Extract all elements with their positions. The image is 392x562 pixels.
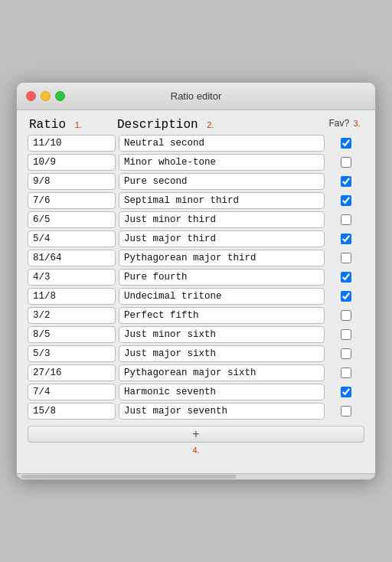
ratio-input[interactable] <box>28 269 116 286</box>
fav-cell <box>328 406 364 417</box>
ratio-input[interactable] <box>28 154 116 171</box>
fav-checkbox[interactable] <box>341 214 351 225</box>
fav-cell <box>328 329 364 340</box>
description-col-header: Description 2. <box>117 118 326 132</box>
fav-cell <box>328 214 364 225</box>
description-input[interactable] <box>119 403 325 420</box>
title-bar: Ratio editor <box>17 83 375 110</box>
ratio-input[interactable] <box>28 135 116 152</box>
ratio-editor-window: Ratio editor Ratio 1. Description 2. Fav… <box>16 82 376 480</box>
description-input[interactable] <box>119 154 325 171</box>
ratio-input[interactable] <box>28 250 116 266</box>
table-row <box>28 403 364 420</box>
fav-checkbox[interactable] <box>341 234 351 244</box>
ratio-input[interactable] <box>28 211 116 228</box>
column-headers: Ratio 1. Description 2. Fav? 3. <box>28 118 364 132</box>
fav-cell <box>328 176 364 187</box>
ratio-input[interactable] <box>28 307 116 324</box>
main-content: Ratio 1. Description 2. Fav? 3. + 4. <box>17 110 375 466</box>
fav-checkbox[interactable] <box>341 329 351 340</box>
table-row <box>28 192 364 209</box>
fav-cell <box>328 387 364 397</box>
table-row <box>28 288 364 305</box>
traffic-lights <box>26 91 65 101</box>
description-input[interactable] <box>119 173 325 190</box>
description-input[interactable] <box>119 269 325 286</box>
fav-cell <box>328 272 364 283</box>
scrollbar[interactable] <box>17 473 375 479</box>
ratio-input[interactable] <box>28 345 116 362</box>
ratio-input[interactable] <box>28 173 116 190</box>
fav-checkbox[interactable] <box>341 348 351 359</box>
fav-cell <box>328 368 364 378</box>
fav-cell <box>328 138 364 149</box>
rows-container <box>28 135 364 420</box>
table-row <box>28 364 364 381</box>
fav-cell <box>328 291 364 302</box>
description-input[interactable] <box>119 326 325 343</box>
bottom-note: 4. <box>28 446 364 455</box>
ratio-input[interactable] <box>28 364 116 381</box>
fav-checkbox[interactable] <box>341 195 351 206</box>
table-row <box>28 135 364 152</box>
add-row-button[interactable]: + <box>28 426 364 443</box>
table-row <box>28 326 364 343</box>
description-input[interactable] <box>119 135 325 152</box>
fav-checkbox[interactable] <box>341 406 351 417</box>
ratio-input[interactable] <box>28 326 116 343</box>
fav-cell <box>328 253 364 263</box>
fav-checkbox[interactable] <box>341 310 351 321</box>
ratio-col-header: Ratio 1. <box>29 118 117 132</box>
fav-checkbox[interactable] <box>341 157 351 168</box>
table-row <box>28 269 364 286</box>
ratio-input[interactable] <box>28 384 116 400</box>
table-row <box>28 307 364 324</box>
description-input[interactable] <box>119 364 325 381</box>
fav-col-header: Fav? 3. <box>326 118 363 132</box>
fav-checkbox[interactable] <box>341 176 351 187</box>
ratio-input[interactable] <box>28 288 116 305</box>
ratio-input[interactable] <box>28 403 116 420</box>
description-input[interactable] <box>119 384 325 400</box>
maximize-button[interactable] <box>55 91 65 101</box>
description-input[interactable] <box>119 345 325 362</box>
ratio-input[interactable] <box>28 230 116 247</box>
table-row <box>28 384 364 400</box>
fav-checkbox[interactable] <box>341 253 351 263</box>
description-input[interactable] <box>119 211 325 228</box>
description-input[interactable] <box>119 250 325 266</box>
fav-checkbox[interactable] <box>341 272 351 283</box>
description-input[interactable] <box>119 192 325 209</box>
fav-cell <box>328 157 364 168</box>
description-input[interactable] <box>119 230 325 247</box>
fav-cell <box>328 234 364 244</box>
window-title: Ratio editor <box>171 90 221 102</box>
minimize-button[interactable] <box>41 91 51 101</box>
table-row <box>28 154 364 171</box>
ratio-input[interactable] <box>28 192 116 209</box>
table-row <box>28 173 364 190</box>
description-input[interactable] <box>119 288 325 305</box>
table-row <box>28 211 364 228</box>
fav-cell <box>328 348 364 359</box>
close-button[interactable] <box>26 91 36 101</box>
fav-cell <box>328 310 364 321</box>
fav-checkbox[interactable] <box>341 291 351 302</box>
table-row <box>28 345 364 362</box>
description-input[interactable] <box>119 307 325 324</box>
fav-cell <box>328 195 364 206</box>
fav-checkbox[interactable] <box>341 138 351 149</box>
table-row <box>28 230 364 247</box>
scrollbar-thumb[interactable] <box>21 475 236 479</box>
fav-checkbox[interactable] <box>341 387 351 397</box>
table-row <box>28 250 364 266</box>
fav-checkbox[interactable] <box>341 368 351 378</box>
